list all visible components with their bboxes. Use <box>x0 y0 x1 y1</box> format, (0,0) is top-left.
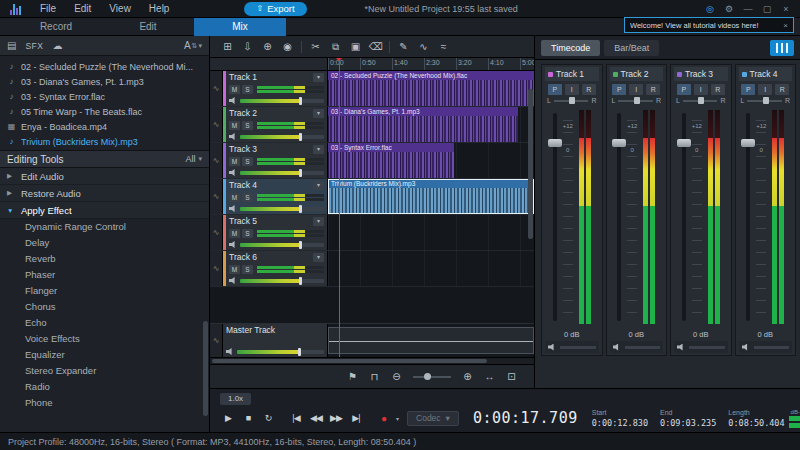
track-header[interactable]: ∿ Track 2▾ MS <box>210 107 328 142</box>
close-button[interactable]: × <box>778 4 794 14</box>
seek-start-button[interactable]: |◀ <box>288 410 304 426</box>
toast-close-icon[interactable]: × <box>783 21 788 30</box>
record-arm-button[interactable]: R <box>711 84 725 95</box>
playback-speed-button[interactable]: 1.0x <box>220 393 251 405</box>
volume-slider[interactable] <box>240 207 324 211</box>
audio-clip[interactable]: 03 - Syntax Error.flac <box>328 143 454 178</box>
effect-item[interactable]: Dynamic Range Control <box>0 219 209 235</box>
menu-view[interactable]: View <box>100 3 140 14</box>
updates-icon[interactable]: ◎ <box>702 4 718 14</box>
audio-clip[interactable]: 03 - Diana's Games, Pt. 1.mp3 <box>328 107 518 142</box>
tab-mix[interactable]: Mix <box>194 18 286 36</box>
timeline-ruler[interactable]: 0:00 0:50 1:40 2:30 3:20 4:10 5:00 <box>210 58 534 71</box>
master-volume-slider[interactable] <box>237 350 324 354</box>
pan-slider[interactable] <box>747 100 782 102</box>
add-track-button[interactable]: ⊞ <box>218 39 237 55</box>
delete-clip-button[interactable]: ⌫ <box>366 39 385 55</box>
import-media-button[interactable]: ⇩ <box>238 39 257 55</box>
volume-slider[interactable] <box>240 99 324 103</box>
sort-button[interactable]: A ⇅ ▾ <box>184 40 202 51</box>
track-header[interactable]: ∿ Track 1▾ MS <box>210 71 328 106</box>
input-button[interactable]: I <box>694 84 708 95</box>
settings-gear-icon[interactable]: ⚙ <box>721 4 737 14</box>
record-arm-button[interactable]: R <box>775 84 789 95</box>
track-menu-button[interactable]: ▾ <box>313 73 324 82</box>
solo-button[interactable]: S <box>242 265 253 274</box>
normalize-button[interactable]: ≈ <box>434 39 453 55</box>
solo-button[interactable]: S <box>242 193 253 202</box>
mute-button[interactable]: M <box>229 193 240 202</box>
scrollbar-thumb[interactable] <box>212 359 487 363</box>
insert-clip-button[interactable]: ⊕ <box>258 39 277 55</box>
track-lane[interactable]: 03 - Diana's Games, Pt. 1.mp3 <box>328 107 534 142</box>
menu-help[interactable]: Help <box>140 3 179 14</box>
record-arm-button[interactable]: R <box>646 84 660 95</box>
volume-fader[interactable] <box>553 113 557 321</box>
effect-item[interactable]: Phone <box>0 395 209 411</box>
track-menu-button[interactable]: ▾ <box>313 109 324 118</box>
track-menu-button[interactable]: ▾ <box>313 217 324 226</box>
playhead[interactable] <box>339 58 340 357</box>
file-item[interactable]: ♪03 - Diana's Games, Pt. 1.mp3 <box>0 74 209 89</box>
maximize-button[interactable]: ▢ <box>759 4 775 14</box>
speaker-icon[interactable] <box>229 241 237 248</box>
track-header[interactable]: ∿ Track 4▾ MS <box>210 179 328 214</box>
phase-button[interactable]: P <box>548 84 562 95</box>
audio-clip-selected[interactable]: Trivium (Buckriders Mix).mp3 <box>328 179 534 214</box>
volume-slider[interactable] <box>240 279 324 283</box>
loop-button[interactable]: ↻ <box>260 410 276 426</box>
effect-item[interactable]: Delay <box>0 235 209 251</box>
section-restore-audio[interactable]: ▶Restore Audio <box>0 185 209 202</box>
volume-fader[interactable] <box>682 113 686 321</box>
pan-slider[interactable] <box>683 100 718 102</box>
solo-button[interactable]: S <box>242 85 253 94</box>
speaker-icon[interactable] <box>229 205 237 212</box>
zoom-in-button[interactable]: ⊕ <box>459 371 476 382</box>
effect-item[interactable]: Chorus <box>0 299 209 315</box>
file-item[interactable]: ♪05 Time Warp - The Beats.flac <box>0 104 209 119</box>
speaker-icon[interactable] <box>229 169 237 176</box>
volume-fader[interactable] <box>746 113 750 321</box>
input-button[interactable]: I <box>629 84 643 95</box>
solo-button[interactable]: S <box>242 229 253 238</box>
timeline-horizontal-scrollbar[interactable] <box>210 357 534 364</box>
mute-button[interactable]: M <box>229 157 240 166</box>
record-dropdown-icon[interactable]: ▾ <box>396 415 399 422</box>
speaker-icon[interactable] <box>229 97 237 104</box>
play-button[interactable]: ▶ <box>220 410 236 426</box>
speaker-icon[interactable] <box>226 348 234 355</box>
track-lane[interactable]: 02 - Secluded Puzzle (The Neverhood Mix)… <box>328 71 534 106</box>
track-menu-button[interactable]: ▾ <box>313 253 324 262</box>
pen-tool-button[interactable]: ✎ <box>394 39 413 55</box>
volume-slider[interactable] <box>240 243 324 247</box>
zoom-fit-button[interactable]: ↔ <box>481 371 498 382</box>
cloud-download-icon[interactable]: ☁ <box>52 40 62 51</box>
file-item[interactable]: ♪03 - Syntax Error.flac <box>0 89 209 104</box>
marker-flag-button[interactable]: ⚑ <box>344 371 361 382</box>
track-lane[interactable] <box>328 251 534 286</box>
effect-item[interactable]: Flanger <box>0 283 209 299</box>
audio-clip[interactable]: 02 - Secluded Puzzle (The Neverhood Mix)… <box>328 71 534 106</box>
track-header[interactable]: ∿ Track 5▾ MS <box>210 215 328 250</box>
effect-item[interactable]: Radio <box>0 379 209 395</box>
sidebar-scrollbar[interactable] <box>203 321 208 416</box>
seek-end-button[interactable]: ▶| <box>348 410 364 426</box>
timecode-toggle[interactable]: Timecode <box>541 40 600 56</box>
master-track-header[interactable]: ∿ Master Track <box>210 324 328 357</box>
volume-slider[interactable] <box>240 135 324 139</box>
tab-record[interactable]: Record <box>10 18 102 36</box>
zoom-out-button[interactable]: ⊖ <box>388 371 405 382</box>
zoom-full-button[interactable]: ⊡ <box>503 371 520 382</box>
tab-edit[interactable]: Edit <box>102 18 194 36</box>
section-apply-effect[interactable]: ▼Apply Effect <box>0 202 209 219</box>
tracks-vertical-scrollbar[interactable] <box>528 89 533 239</box>
file-item-selected[interactable]: ♪Trivium (Buckriders Mix).mp3 <box>0 134 209 149</box>
track-lane[interactable] <box>328 215 534 250</box>
record-arm-button[interactable]: ◉ <box>278 39 297 55</box>
step-back-button[interactable]: ◀◀ <box>308 410 324 426</box>
mute-button[interactable]: M <box>229 265 240 274</box>
mute-button[interactable]: M <box>229 229 240 238</box>
phase-button[interactable]: P <box>741 84 755 95</box>
paste-clip-button[interactable]: ▣ <box>346 39 365 55</box>
track-lane[interactable]: Trivium (Buckriders Mix).mp3 <box>328 179 534 214</box>
